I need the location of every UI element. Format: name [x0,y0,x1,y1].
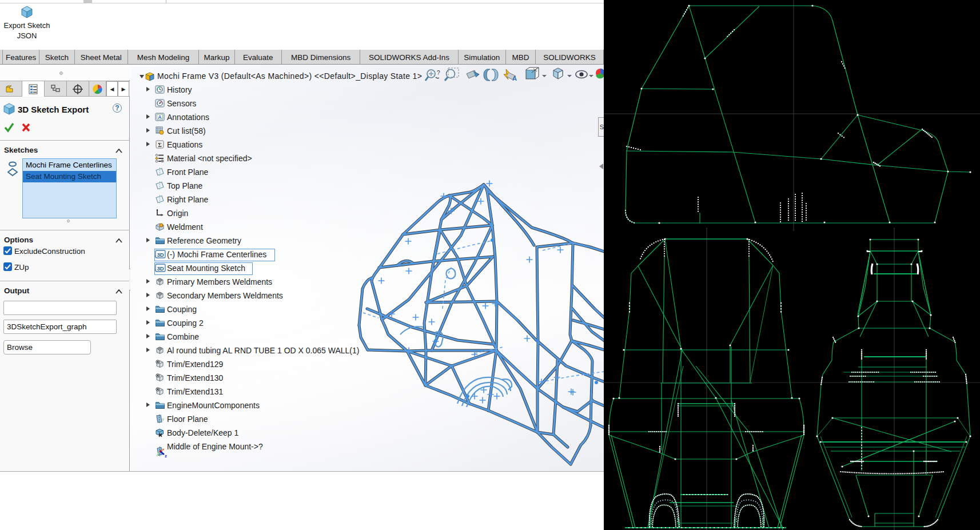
svg-text:Σ: Σ [158,142,162,148]
svg-text:A: A [158,114,162,120]
svg-text:z: z [165,453,167,459]
svg-text:?: ? [437,70,440,76]
svg-text:Y: Y [162,418,164,421]
svg-text:A: A [512,75,517,82]
